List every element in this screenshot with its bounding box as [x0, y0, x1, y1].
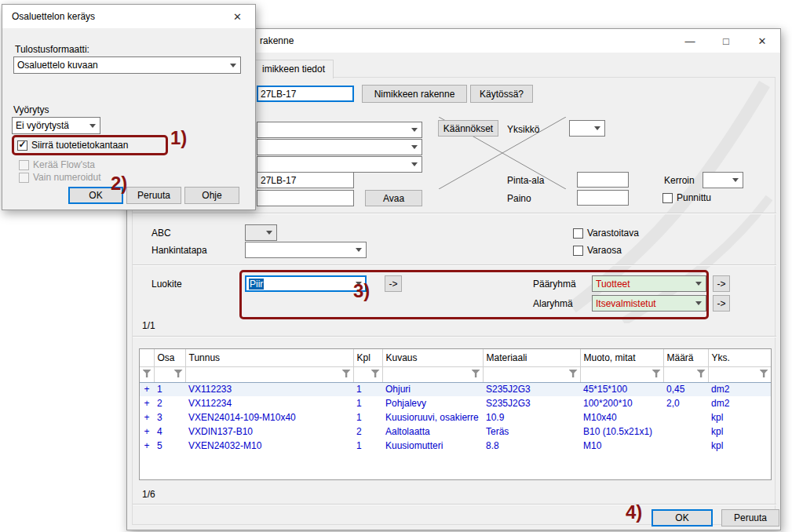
weight-field[interactable]: [577, 190, 629, 206]
column-header[interactable]: Yks.: [708, 349, 771, 366]
assign-main-group-button[interactable]: ->: [713, 275, 730, 292]
stockable-label: Varastoitava: [587, 228, 639, 239]
annotation-step-3: 3): [353, 280, 370, 302]
ok-button[interactable]: OK: [651, 509, 713, 527]
filter-funnel-icon[interactable]: [472, 370, 480, 377]
expand-cell[interactable]: +: [140, 410, 154, 425]
table-cell: 1: [353, 382, 382, 396]
checkbox-box[interactable]: ✓: [17, 140, 27, 151]
filter-funnel-icon[interactable]: [569, 370, 578, 377]
table-cell: kpl: [708, 410, 771, 425]
assign-classification-button[interactable]: ->: [385, 275, 402, 292]
chevron-down-icon: [411, 145, 418, 149]
column-header[interactable]: Tunnus: [185, 349, 353, 366]
column-header[interactable]: Kpl: [353, 349, 382, 366]
filter-cell[interactable]: [154, 366, 185, 382]
help-button[interactable]: Ohje: [184, 187, 239, 204]
filter-funnel-icon[interactable]: [371, 370, 380, 377]
abc-combo[interactable]: [245, 224, 277, 241]
tab-item-details[interactable]: imikkeen tiedot: [254, 60, 334, 78]
minimize-icon[interactable]: —: [672, 29, 708, 53]
drawing-code-field[interactable]: [257, 172, 354, 188]
description-combo-1[interactable]: [257, 122, 422, 138]
cancel-button[interactable]: Peruuta: [721, 509, 779, 527]
area-label: Pinta-ala: [507, 175, 544, 186]
classification-combo[interactable]: Piir: [245, 275, 367, 292]
rollup-combo[interactable]: Ei vyörytystä: [12, 117, 100, 134]
window-title: rakenne: [260, 35, 294, 46]
filter-cell[interactable]: [580, 366, 663, 382]
factor-combo[interactable]: [703, 172, 743, 188]
table-row[interactable]: +1VX1122331OhjuriS235J2G345*15*1000,45dm…: [140, 382, 771, 396]
description-combo-2[interactable]: [257, 139, 422, 155]
close-icon[interactable]: ✕: [220, 5, 255, 28]
expand-cell[interactable]: +: [140, 439, 154, 453]
procurement-combo[interactable]: [245, 242, 367, 258]
abc-label: ABC: [151, 228, 171, 239]
filter-cell[interactable]: [708, 366, 771, 382]
flow-label: Kerää Flow'sta: [33, 159, 95, 170]
column-header[interactable]: Kuvaus: [382, 349, 483, 366]
filter-funnel-icon[interactable]: [143, 370, 151, 377]
checkbox-box[interactable]: [573, 246, 583, 256]
filter-cell[interactable]: [663, 366, 708, 382]
filter-cell[interactable]: [185, 366, 353, 382]
column-header[interactable]: Materiaali: [483, 349, 580, 366]
expand-cell[interactable]: +: [140, 396, 154, 410]
table-cell: 2: [353, 425, 382, 439]
unit-combo[interactable]: [569, 120, 605, 137]
table-cell: 1: [353, 439, 382, 453]
chevron-down-icon: [266, 231, 272, 235]
chevron-down-icon: [695, 282, 702, 286]
column-header[interactable]: Muoto, mitat: [580, 349, 663, 366]
filter-funnel-icon[interactable]: [174, 370, 183, 377]
filter-funnel-icon[interactable]: [652, 370, 661, 377]
main-group-combo[interactable]: Tuotteet: [592, 275, 706, 292]
table-cell: 10.9: [483, 410, 580, 425]
open-button[interactable]: Avaa: [365, 190, 422, 206]
area-field[interactable]: [577, 172, 629, 188]
table-row[interactable]: +2VX1122341PohjalevyS235J2G3100*200*102,…: [140, 396, 771, 410]
table-row[interactable]: +3VXEN24014-109-M10x401Kuusioruuvi, osak…: [140, 410, 771, 425]
assign-sub-group-button[interactable]: ->: [713, 295, 730, 312]
in-use-button[interactable]: Käytössä?: [470, 85, 533, 103]
maximize-icon[interactable]: □: [708, 29, 744, 53]
checkbox-box[interactable]: [573, 228, 583, 239]
stockable-checkbox[interactable]: Varastoitava: [573, 227, 639, 239]
sub-group-combo[interactable]: Itsevalmistetut: [592, 295, 706, 312]
transfer-to-product-db-checkbox[interactable]: ✓ Siirrä tuotetietokantaan: [17, 139, 128, 151]
classification-label: Luokite: [151, 279, 182, 290]
checkbox-box[interactable]: [662, 193, 673, 203]
filter-cell[interactable]: [483, 366, 580, 382]
table-row[interactable]: +4VXDIN137-B102AaltolaattaTeräsB10 (10.5…: [140, 425, 771, 439]
filter-funnel-icon[interactable]: [342, 370, 351, 377]
filter-cell[interactable]: [382, 366, 483, 382]
description-combo-3[interactable]: [257, 156, 422, 173]
table-cell: 2: [154, 396, 185, 410]
weighed-checkbox[interactable]: Punnittu: [662, 191, 711, 204]
document-field[interactable]: [257, 190, 354, 206]
column-header[interactable]: Määrä: [663, 349, 708, 366]
numbered-label: Vain numeroidut: [33, 172, 101, 183]
item-structure-button[interactable]: Nimikkeen rakenne: [362, 85, 467, 103]
translations-button[interactable]: Käännökset: [438, 120, 498, 137]
close-icon[interactable]: ✕: [744, 29, 780, 53]
filter-funnel-icon[interactable]: [760, 370, 768, 377]
expand-cell[interactable]: +: [140, 425, 154, 439]
spare-part-checkbox[interactable]: Varaosa: [573, 244, 622, 257]
titlebar[interactable]: Osaluettelon keräys ✕: [2, 5, 255, 28]
filter-cell[interactable]: [140, 366, 154, 382]
filter-cell[interactable]: [353, 366, 382, 382]
column-header[interactable]: [140, 349, 154, 366]
item-code-field[interactable]: [257, 86, 354, 102]
checkbox-box: [19, 173, 29, 183]
table-cell: [663, 439, 708, 453]
filter-funnel-icon[interactable]: [697, 370, 706, 377]
cancel-button[interactable]: Peruuta: [126, 187, 181, 204]
expand-cell[interactable]: +: [140, 382, 154, 396]
column-header[interactable]: Osa: [154, 349, 185, 366]
print-format-combo[interactable]: Osaluettelo kuvaan: [13, 56, 241, 74]
unit-label: Yksikkö: [507, 124, 539, 135]
divider: [133, 336, 776, 337]
table-row[interactable]: +5VXEN24032-M101Kuusiomutteri8.8M10kpl: [140, 439, 771, 453]
